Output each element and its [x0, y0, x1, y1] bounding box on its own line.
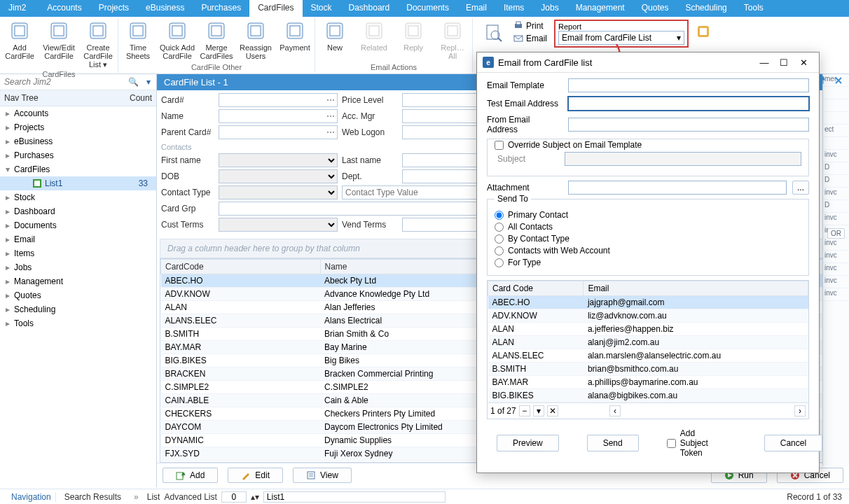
input-attachment[interactable]: [568, 181, 787, 195]
nav-child-list1[interactable]: List133: [0, 176, 156, 190]
edit-button[interactable]: Edit: [228, 468, 283, 483]
search-icon[interactable]: 🔍: [125, 74, 141, 90]
nav-management[interactable]: ▸Management: [0, 274, 156, 288]
ribbon-create[interactable]: CreateCardFile List ▾: [78, 18, 118, 70]
footer-navigation[interactable]: Navigation: [7, 492, 56, 502]
footer-list[interactable]: List: [147, 492, 160, 502]
dlg-row[interactable]: BAY.MARa.phillips@baymarine.com.au: [488, 376, 808, 389]
nav-projects[interactable]: ▸Projects: [0, 120, 156, 134]
tab-ebusiness[interactable]: eBusiness: [137, 0, 193, 17]
tab-accounts[interactable]: Accounts: [39, 0, 90, 17]
tab-stock[interactable]: Stock: [303, 0, 340, 17]
dlgcol-email[interactable]: Email: [584, 281, 808, 296]
tab-tools[interactable]: Tools: [736, 0, 772, 17]
tab-jobs[interactable]: Jobs: [532, 0, 567, 17]
preview-button[interactable]: Preview: [497, 435, 559, 451]
nav-dashboard[interactable]: ▸Dashboard: [0, 204, 156, 218]
sendto-contacts-with-web-account[interactable]: Contacts with Web Account: [495, 246, 801, 255]
preview-button[interactable]: [476, 20, 509, 46]
ribbon-reassign[interactable]: ReassignUsers: [236, 18, 275, 62]
nav-scheduling[interactable]: ▸Scheduling: [0, 302, 156, 316]
nav-tools[interactable]: ▸Tools: [0, 316, 156, 330]
dlg-row[interactable]: ALANalanj@jim2.com.au: [488, 336, 808, 349]
filter-lastname[interactable]: [402, 153, 486, 167]
nav-ebusiness[interactable]: ▸eBusiness: [0, 134, 156, 148]
tab-quotes[interactable]: Quotes: [633, 0, 677, 17]
ribbon-payment[interactable]: Payment: [275, 18, 315, 62]
add-button[interactable]: +Add: [163, 468, 218, 483]
sendto-primary-contact[interactable]: Primary Contact: [495, 210, 801, 220]
tab-dashboard[interactable]: Dashboard: [340, 0, 399, 17]
ribbon-add[interactable]: AddCardFile: [0, 18, 39, 70]
filter-contacttype[interactable]: [219, 186, 338, 200]
dlg-row[interactable]: ALANS.ELECalan.marslen@alanselectric.com…: [488, 349, 808, 363]
maximize-button[interactable]: ☐: [774, 57, 794, 68]
filter-accmgr[interactable]: [402, 109, 486, 123]
send-button[interactable]: Send: [587, 435, 639, 451]
dlg-row[interactable]: ADV.KNOWliz@advknow.com.au: [488, 309, 808, 323]
filter-cardgrp[interactable]: [219, 202, 486, 216]
chevron-down-icon[interactable]: ▾: [141, 74, 156, 90]
pager-delete[interactable]: ✕: [547, 405, 558, 416]
browse-button[interactable]: ...: [792, 181, 809, 195]
nav-cardfiles[interactable]: ▾CardFiles: [0, 162, 156, 176]
footer-advlist[interactable]: Advanced List: [164, 492, 216, 502]
tab-purchases[interactable]: Purchases: [193, 0, 249, 17]
input-test-email[interactable]: [568, 97, 809, 111]
pager-dropdown[interactable]: ▾: [533, 405, 544, 416]
ribbon-time[interactable]: TimeSheets: [118, 18, 158, 62]
filter-custterms[interactable]: [219, 218, 338, 232]
nav-email[interactable]: ▸Email: [0, 232, 156, 246]
nav-items[interactable]: ▸Items: [0, 246, 156, 260]
email-button[interactable]: Email: [513, 34, 547, 43]
tab-items[interactable]: Items: [495, 0, 532, 17]
sendto-by-contact-type[interactable]: By Contact Type: [495, 234, 801, 244]
filter-firstname[interactable]: [219, 153, 338, 167]
minimize-button[interactable]: —: [754, 57, 774, 68]
ribbon-new[interactable]: New: [315, 18, 354, 62]
filter-vendterms[interactable]: [402, 218, 486, 232]
dlg-row[interactable]: BIG.BIKESalana@bigbikes.com.au: [488, 389, 808, 402]
nav-accounts[interactable]: ▸Accounts: [0, 106, 156, 120]
spinner-icon[interactable]: ▴▾: [251, 492, 259, 502]
dialog-cancel-button[interactable]: Cancel: [764, 435, 822, 451]
footer-search-results[interactable]: Search Results: [60, 492, 125, 502]
dlg-row[interactable]: ALANa.jefferies@happen.biz: [488, 323, 808, 336]
email-grid[interactable]: Card CodeEmailABEC.HOjajgraph@gmail.comA…: [487, 280, 809, 419]
close-button[interactable]: ✕: [794, 57, 813, 68]
override-checkbox[interactable]: [495, 141, 504, 150]
nav-documents[interactable]: ▸Documents: [0, 218, 156, 232]
tab-management[interactable]: Management: [567, 0, 633, 17]
dlg-row[interactable]: ABEC.HOjajgraph@gmail.com: [488, 296, 808, 309]
pager-remove[interactable]: −: [519, 405, 530, 416]
filter-parent[interactable]: [219, 125, 338, 139]
print-button[interactable]: Print: [513, 21, 547, 31]
scroll-left[interactable]: ‹: [609, 405, 621, 416]
filter-weblogon[interactable]: [402, 125, 486, 139]
footer-listname[interactable]: [263, 491, 446, 503]
view-button[interactable]: View: [293, 468, 352, 483]
filter-dept[interactable]: [402, 169, 486, 183]
nav-stock[interactable]: ▸Stock: [0, 190, 156, 204]
filter-dob[interactable]: [219, 169, 338, 183]
tab-scheduling[interactable]: Scheduling: [677, 0, 735, 17]
tab-projects[interactable]: Projects: [90, 0, 137, 17]
ribbon-extra-icon[interactable]: [689, 20, 718, 46]
dlgcol-card-code[interactable]: Card Code: [488, 281, 584, 296]
nav-jobs[interactable]: ▸Jobs: [0, 260, 156, 274]
scroll-right[interactable]: ›: [794, 405, 806, 416]
dlg-row[interactable]: B.SMITHbrian@bsmithco.com.au: [488, 363, 808, 376]
filter-contacttype-value[interactable]: [342, 186, 486, 200]
nav-purchases[interactable]: ▸Purchases: [0, 148, 156, 162]
footer-num[interactable]: [221, 491, 247, 503]
add-token-checkbox[interactable]: [667, 439, 676, 448]
input-from-email[interactable]: [568, 118, 809, 132]
tab-documents[interactable]: Documents: [398, 0, 457, 17]
ribbon-view-edit[interactable]: View/EditCardFile: [39, 18, 78, 70]
sendto-for-type[interactable]: For Type: [495, 258, 801, 267]
input-template[interactable]: [568, 78, 809, 92]
tab-cardfiles[interactable]: CardFiles: [249, 0, 302, 17]
tab-email[interactable]: Email: [457, 0, 495, 17]
close-icon[interactable]: [834, 76, 845, 87]
nav-quotes[interactable]: ▸Quotes: [0, 288, 156, 302]
